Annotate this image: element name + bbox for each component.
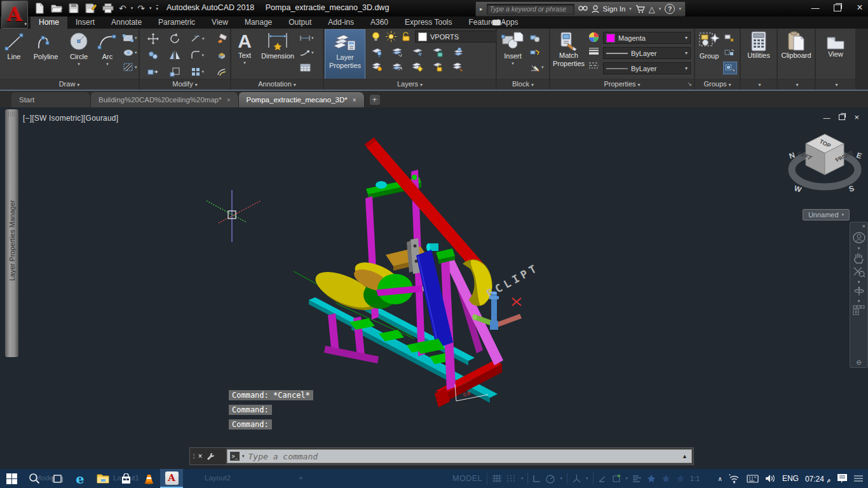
annotation-visibility-button[interactable] [646, 473, 656, 484]
array-button[interactable]: ▾ [186, 64, 212, 80]
layer-match-button[interactable] [391, 46, 403, 58]
customize-wrench-icon[interactable] [206, 452, 214, 461]
command-close-icon[interactable]: × [198, 452, 203, 461]
group-edit-button[interactable] [723, 47, 736, 58]
store-button[interactable] [114, 469, 137, 488]
tab-manage[interactable]: Manage [236, 17, 280, 29]
polar-dropdown[interactable]: ▾ [560, 476, 562, 481]
app-store-cart-icon[interactable] [635, 5, 645, 13]
drawing-area[interactable]: 0.8 ECLIPT [−][ [0, 107, 868, 469]
leader-dropdown[interactable]: ▾ [311, 50, 316, 55]
dimension-button[interactable]: Dimension [258, 29, 297, 60]
ortho-mode-button[interactable] [532, 475, 541, 483]
tab-insert[interactable]: Insert [67, 17, 103, 29]
layer-prev-button[interactable] [391, 61, 403, 72]
annotation-scale-button[interactable] [612, 475, 621, 483]
restore-button[interactable] [834, 4, 841, 11]
view-panel-expand[interactable]: ▾ [816, 79, 855, 90]
clock[interactable]: 07:24 م [805, 473, 831, 484]
tab-home[interactable]: Home [31, 17, 67, 29]
edit-attributes-button[interactable] [529, 47, 541, 58]
language-indicator[interactable]: ENG [782, 474, 799, 483]
isodraft-button[interactable] [572, 474, 581, 484]
layer-current-button[interactable] [452, 46, 465, 58]
polyline-button[interactable]: Polyline [28, 29, 64, 61]
vlc-button[interactable] [137, 469, 160, 488]
trim-button[interactable]: ▾ [186, 30, 212, 47]
insert-dropdown[interactable]: ▾ [512, 61, 514, 66]
clipboard-panel-expand[interactable]: ▾ [778, 79, 815, 90]
linear-dimension-button[interactable] [299, 32, 311, 44]
view-button[interactable]: View [816, 29, 855, 58]
text-button[interactable]: A Text ▾ [231, 29, 258, 65]
circle-button[interactable]: Circle ▾ [64, 29, 94, 67]
block-panel-label[interactable]: Block▾ [497, 79, 549, 90]
erase-button[interactable] [212, 30, 231, 47]
showmotion-button[interactable] [853, 305, 865, 316]
named-view-dropdown[interactable]: Unnamed ▾ [803, 209, 850, 220]
lineweight-dropdown[interactable]: ByLayer ▾ [603, 47, 691, 59]
navigation-bar[interactable]: × ▾ ▾ ▾ ⊖ [850, 222, 868, 368]
wheel-dropdown[interactable]: ▾ [858, 247, 860, 250]
taskbar-search-button[interactable] [23, 469, 46, 488]
navbar-close-icon[interactable]: × [862, 224, 865, 229]
linetype-icon[interactable] [587, 60, 600, 72]
explode-button[interactable] [212, 47, 231, 64]
polar-tracking-button[interactable] [545, 474, 555, 484]
file-tab-pompa[interactable]: Pompa_extractie_mecano_3D*× [239, 92, 365, 107]
offset-button[interactable] [212, 64, 231, 80]
groups-panel-label[interactable]: Groups▾ [695, 79, 740, 90]
line-button[interactable]: Line [0, 29, 28, 61]
qat-customize-button[interactable]: ▾ [156, 5, 159, 11]
ungroup-button[interactable] [723, 32, 736, 44]
snap-dropdown[interactable]: ▾ [521, 476, 524, 481]
command-line-grip[interactable]: ⁞⁞ × [190, 448, 226, 464]
layer-on-bulb-icon[interactable] [369, 31, 382, 43]
recent-commands-dropdown[interactable]: ▾ [242, 454, 245, 459]
layer-isolate-button[interactable] [370, 46, 383, 58]
tab-express-tools[interactable]: Express Tools [397, 17, 460, 29]
annoscale-dropdown[interactable]: ▾ [626, 476, 628, 481]
layer-thaw-button[interactable] [411, 61, 424, 72]
command-input-field[interactable]: >_ ▾ ▲ [227, 449, 692, 463]
tab-a360[interactable]: A360 [362, 17, 397, 29]
touch-keyboard-icon[interactable] [747, 475, 759, 483]
pan-button[interactable] [853, 252, 865, 264]
command-input[interactable] [247, 451, 680, 462]
command-expand-icon[interactable]: ▲ [682, 453, 688, 459]
sign-in-button[interactable]: Sign In [603, 5, 626, 13]
rectangle-dropdown[interactable]: ▾ [135, 36, 140, 41]
hatch-button[interactable] [122, 62, 135, 73]
attributes-dropdown[interactable]: ▾ [541, 65, 546, 70]
layer-lock-button[interactable] [431, 46, 444, 58]
rotate-button[interactable] [164, 30, 186, 47]
object-color-dropdown[interactable]: Magenta ▾ [603, 32, 691, 44]
file-tab-start[interactable]: Start [11, 92, 91, 107]
help-dropdown[interactable]: ▾ [679, 6, 681, 11]
properties-dialog-launcher[interactable]: ↘ [687, 79, 692, 89]
clipboard-button[interactable]: Clipboard [778, 29, 815, 60]
edge-button[interactable]: e [69, 469, 92, 488]
a360-dropdown[interactable]: ▾ [659, 6, 661, 11]
open-file-button[interactable] [50, 2, 63, 15]
vp-minimize-button[interactable]: — [823, 114, 830, 121]
sign-in-dropdown[interactable]: ▾ [629, 6, 632, 11]
application-menu-button[interactable]: A ▾ [1, 1, 28, 29]
group-selection-toggle[interactable] [723, 62, 737, 74]
insert-button[interactable]: Insert ▾ [497, 29, 529, 66]
file-explorer-button[interactable] [92, 469, 114, 488]
autocad-taskbar-button[interactable]: A [160, 469, 183, 488]
lineweight-icon[interactable] [587, 46, 600, 57]
close-button[interactable]: × [855, 2, 864, 13]
workspace-button[interactable] [632, 475, 642, 482]
layer-make-current-button[interactable] [370, 61, 383, 72]
utilities-panel-expand[interactable]: ▾ [741, 79, 776, 90]
vp-close-button[interactable]: × [854, 112, 859, 122]
arc-button[interactable]: Arc ▾ [94, 29, 121, 67]
table-button[interactable] [299, 62, 311, 73]
layer-merge-button[interactable] [452, 61, 465, 72]
speaker-icon[interactable] [765, 474, 776, 483]
hatch-dropdown[interactable]: ▾ [135, 65, 140, 70]
layer-freeze-sun-icon[interactable] [384, 31, 397, 43]
search-icon[interactable] [578, 5, 588, 13]
